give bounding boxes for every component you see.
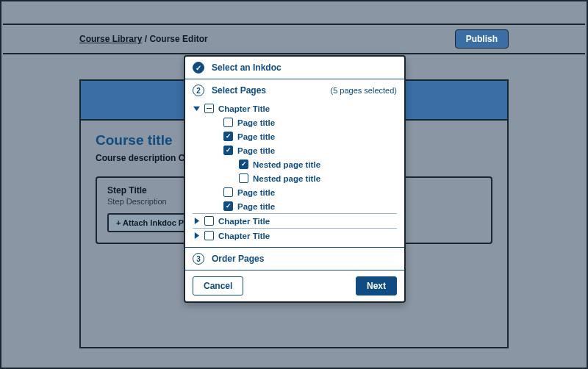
next-button[interactable]: Next xyxy=(356,276,397,295)
step2-selection-summary: (5 pages selected) xyxy=(331,86,398,95)
step2-label: Select Pages xyxy=(212,85,266,96)
step1-done-badge: ✓ xyxy=(193,62,204,74)
chapter-row[interactable]: Chapter Title xyxy=(193,214,397,228)
page-label: Page title xyxy=(237,202,275,211)
caret-right-icon[interactable] xyxy=(193,218,200,224)
dialog-step3[interactable]: 3 Order Pages xyxy=(185,248,404,271)
chapter-checkbox-indeterminate[interactable] xyxy=(204,104,214,113)
publish-button[interactable]: Publish xyxy=(455,29,509,49)
page-label: Page title xyxy=(237,132,275,141)
caret-right-icon[interactable] xyxy=(193,232,200,239)
page-label: Page title xyxy=(237,188,275,197)
app-bar: Course Library / Course Editor Publish xyxy=(3,25,585,54)
page-tree: Chapter Title Page title Page title Page… xyxy=(185,101,404,247)
dialog-step1[interactable]: ✓ Select an Inkdoc xyxy=(185,57,404,79)
breadcrumb-current: Course Editor xyxy=(149,34,207,44)
step3-number-badge: 3 xyxy=(193,253,204,265)
chapter-row[interactable]: Chapter Title xyxy=(193,101,397,115)
page-checkbox[interactable] xyxy=(223,118,233,127)
chapter-label: Chapter Title xyxy=(218,232,270,240)
caret-down-icon[interactable] xyxy=(193,105,200,112)
chapter-label: Chapter Title xyxy=(218,104,270,113)
chapter-row[interactable]: Chapter Title xyxy=(193,229,397,243)
nested-page-checkbox[interactable] xyxy=(239,160,248,169)
page-label: Page title xyxy=(237,118,275,127)
svg-marker-0 xyxy=(193,107,200,111)
page-row[interactable]: Page title xyxy=(193,143,397,157)
breadcrumb-link[interactable]: Course Library xyxy=(79,34,142,44)
attach-pages-dialog: ✓ Select an Inkdoc 2 Select Pages (5 pag… xyxy=(184,55,406,303)
page-checkbox[interactable] xyxy=(223,187,233,197)
cancel-button[interactable]: Cancel xyxy=(193,276,243,295)
chapter-label: Chapter Title xyxy=(218,217,270,226)
svg-marker-1 xyxy=(194,218,198,224)
chapter-checkbox[interactable] xyxy=(204,231,214,240)
nested-page-row[interactable]: Nested page title xyxy=(193,157,397,171)
nested-page-row[interactable]: Nested page title xyxy=(193,171,397,185)
step1-label: Select an Inkdoc xyxy=(212,62,282,73)
breadcrumb: Course Library / Course Editor xyxy=(79,34,208,44)
dialog-step2: 2 Select Pages (5 pages selected) Chapte… xyxy=(185,79,404,248)
page-row[interactable]: Page title xyxy=(193,185,397,199)
page-row[interactable]: Page title xyxy=(193,199,397,213)
step2-header[interactable]: 2 Select Pages (5 pages selected) xyxy=(185,79,404,101)
svg-marker-2 xyxy=(194,232,198,239)
page-checkbox[interactable] xyxy=(223,132,233,141)
nested-page-label: Nested page title xyxy=(253,174,320,183)
top-strip xyxy=(3,3,585,25)
step2-number-badge: 2 xyxy=(193,85,204,96)
chapter-checkbox[interactable] xyxy=(204,216,214,226)
page-row[interactable]: Page title xyxy=(193,129,397,143)
dialog-footer: Cancel Next xyxy=(185,271,404,301)
page-checkbox[interactable] xyxy=(223,146,233,155)
step3-label: Order Pages xyxy=(212,254,264,264)
nested-page-checkbox[interactable] xyxy=(239,173,248,183)
page-row[interactable]: Page title xyxy=(193,115,397,129)
breadcrumb-separator: / xyxy=(142,34,149,44)
nested-page-label: Nested page title xyxy=(253,160,320,169)
page-label: Page title xyxy=(237,146,275,155)
page-checkbox[interactable] xyxy=(223,201,233,211)
